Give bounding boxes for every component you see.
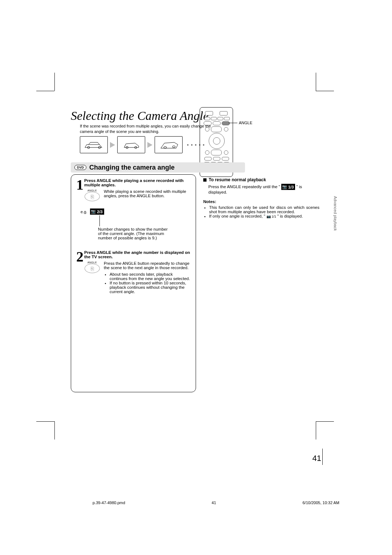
remote-angle-label: ANGLE [239, 121, 252, 125]
steps-box: 1 Press ANGLE while playing a scene reco… [71, 174, 196, 392]
footer-file: p.39-47-4980.pmd [93, 501, 125, 505]
eg-label: e.g. [81, 210, 87, 214]
step2-heading: Press ANGLE while the angle number is di… [76, 250, 191, 259]
dvd-chip: DVD [74, 165, 86, 170]
note-item: This function can only be used for discs… [209, 205, 319, 214]
angle-button-icon: ANGLE ⎘ [84, 189, 100, 201]
angle-button-icon: ANGLE ⎘ [84, 261, 100, 294]
notes-list: This function can only be used for discs… [203, 205, 319, 218]
arrow-icon [110, 142, 115, 148]
notes-heading: Notes: [203, 199, 216, 204]
step1-note: Number changes to show the number of the… [98, 227, 171, 240]
step2-bullet: If no button is pressed within 10 second… [110, 281, 191, 294]
step-2: 2 Press ANGLE while the angle number is … [76, 250, 191, 294]
car-angle-2 [117, 136, 145, 153]
car-angle-3 [155, 136, 183, 153]
resume-heading: To resume normal playback [203, 177, 319, 182]
step1-desc: While playing a scene recorded with mult… [104, 189, 191, 201]
step-number-1: 1 [76, 178, 83, 191]
right-column: To resume normal playback Press the ANGL… [203, 177, 319, 220]
camera-icon: ⎘ [91, 266, 94, 272]
arrow-icon [147, 142, 152, 148]
note-item: If only one angle is recorded, " 📷 1/1 "… [209, 214, 319, 218]
footer-page: 41 [212, 501, 216, 505]
angle-osd-chip: 📷 2/3 [90, 208, 104, 215]
step-number-2: 2 [76, 250, 83, 263]
step2-bullet: About two seconds later, playback contin… [110, 272, 191, 281]
camera-icon: 📷 [91, 209, 96, 214]
angle-illustration-strip: ••••• [80, 136, 207, 153]
page-number: 41 [313, 454, 321, 463]
section-header: DVD Changing the camera angle [71, 162, 245, 173]
title-row: Selecting the Camera Angle If the scene … [36, 84, 334, 127]
svg-point-5 [172, 146, 175, 147]
step2-bullets: About two seconds later, playback contin… [104, 272, 191, 294]
camera-icon: ⎘ [91, 194, 94, 200]
footer-timestamp: 6/10/2005, 10:32 AM [302, 501, 339, 505]
footer: p.39-47-4980.pmd 41 6/10/2005, 10:32 AM [93, 501, 339, 505]
angle-osd-chip: 📷 1/3 [281, 184, 295, 190]
camera-icon: 📷 [266, 214, 271, 218]
resume-text: Press the ANGLE repeatedly until the " [208, 185, 281, 189]
car-angle-1 [80, 136, 108, 153]
manual-page: Selecting the Camera Angle If the scene … [36, 84, 334, 483]
side-tab: Advanced playback [333, 196, 338, 231]
camera-icon: 📷 [282, 185, 287, 189]
page-title: Selecting the Camera Angle [71, 109, 209, 123]
title-intro: If the scene was recorded from multiple … [80, 123, 214, 134]
step1-heading: Press ANGLE while playing a scene record… [76, 178, 191, 187]
step2-desc: Press the ANGLE button repeatedly to cha… [104, 261, 191, 270]
section-title: Changing the camera angle [89, 164, 175, 171]
step-1: 1 Press ANGLE while playing a scene reco… [76, 178, 191, 240]
